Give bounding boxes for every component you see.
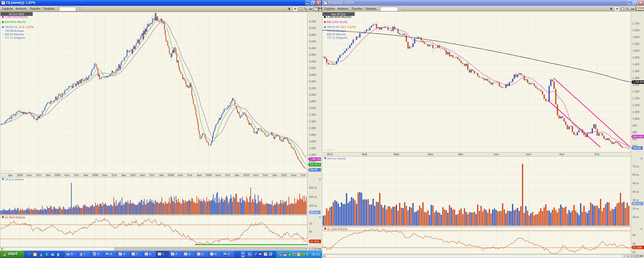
svg-text:4,200: 4,200 <box>309 53 316 56</box>
svg-text:Σεπ: Σεπ <box>36 174 41 177</box>
svg-text:Σεπ: Σεπ <box>187 174 192 177</box>
svg-text:20 εκ: 20 εκ <box>632 207 639 210</box>
svg-text:1,050: 1,050 <box>632 110 639 113</box>
svg-text:1,350: 1,350 <box>632 70 639 73</box>
svg-text:806.42 Μέγιστο: 806.42 Μέγιστο <box>5 33 24 36</box>
svg-text:Ιουν: Ιουν <box>291 174 296 177</box>
svg-text:2,400: 2,400 <box>309 113 316 116</box>
svg-text:794.08 Ανοιγμα: 794.08 Ανοιγμα <box>5 29 24 32</box>
svg-text:Ιουν: Ιουν <box>102 174 107 177</box>
svg-text:70 εκ: 70 εκ <box>632 165 639 168</box>
svg-text:1,268.864: 1,268.864 <box>633 81 644 83</box>
svg-text:777.71 Ελάχιστο: 777.71 Ελάχιστο <box>327 36 347 39</box>
svg-text:Δεκ: Δεκ <box>197 174 202 177</box>
svg-text:Φεβ: Φεβ <box>362 153 367 156</box>
svg-text:784.65: 784.65 <box>310 168 317 171</box>
svg-text:2008: 2008 <box>168 174 174 177</box>
svg-text:2009: 2009 <box>206 174 212 177</box>
svg-text:Μαρ: Μαρ <box>394 153 399 156</box>
svg-text:1,800: 1,800 <box>309 133 316 136</box>
svg-text:Ιουν: Ιουν <box>178 174 183 177</box>
svg-text:Σεπ: Σεπ <box>594 153 599 156</box>
svg-text:Δεκ: Δεκ <box>46 174 50 177</box>
svg-text:3,800: 3,800 <box>309 67 316 70</box>
svg-text:4,000: 4,000 <box>309 60 316 63</box>
svg-text:868.5355: 868.5355 <box>633 135 643 138</box>
svg-text:Σεπ: Σεπ <box>225 174 230 177</box>
svg-text:2007: 2007 <box>130 174 136 177</box>
svg-text:1,700: 1,700 <box>632 22 639 25</box>
svg-text:200 εκ: 200 εκ <box>309 195 317 198</box>
svg-text:60 εκ: 60 εκ <box>632 173 639 176</box>
svg-text:1,400: 1,400 <box>309 147 316 150</box>
svg-text:1,066.342: 1,066.342 <box>310 158 321 160</box>
svg-text:2,600: 2,600 <box>309 107 316 110</box>
svg-text:40: 40 <box>632 242 635 245</box>
svg-text:1,150: 1,150 <box>632 97 639 100</box>
svg-text:50 εκ: 50 εκ <box>632 182 639 185</box>
svg-text:Ιουν: Ιουν <box>64 174 70 177</box>
svg-text:22.7814: 22.7814 <box>310 240 319 243</box>
svg-text:75: 75 <box>309 222 312 225</box>
svg-text:300 εκ: 300 εκ <box>309 186 317 189</box>
svg-text:2006: 2006 <box>92 174 98 177</box>
svg-text:3,600: 3,600 <box>309 73 316 76</box>
svg-text:1,450: 1,450 <box>632 56 639 59</box>
svg-text:5,000: 5,000 <box>309 26 316 29</box>
svg-text:1,200: 1,200 <box>632 90 639 93</box>
svg-text:930.4615: 930.4615 <box>310 163 320 166</box>
svg-text:100 εκ: 100 εκ <box>309 204 317 207</box>
svg-text:Δεκ: Δεκ <box>273 174 277 177</box>
svg-text:4,800: 4,800 <box>309 33 316 36</box>
svg-text:950: 950 <box>632 124 637 127</box>
svg-text:10 εκ: 10 εκ <box>632 215 639 218</box>
svg-text:3,200: 3,200 <box>309 87 316 90</box>
svg-text:1,600: 1,600 <box>632 36 639 39</box>
svg-text:26 Σεπ 2011: 26 Σεπ 2011 <box>9 13 24 16</box>
svg-text:2005: 2005 <box>55 174 61 177</box>
svg-text:1,200: 1,200 <box>309 153 316 156</box>
svg-text:2,000: 2,000 <box>309 126 316 130</box>
svg-text:868.5355 Με(20): 868.5355 Με(20) <box>327 20 348 23</box>
svg-text:784.65 ΓΔ -13.3 -1.67%: 784.65 ΓΔ -13.3 -1.67% <box>5 25 34 28</box>
svg-text:50: 50 <box>309 230 312 233</box>
svg-text:Αυγ: Αυγ <box>559 153 564 156</box>
svg-text:5,200: 5,200 <box>309 20 316 23</box>
svg-text:2011: 2011 <box>281 174 287 177</box>
svg-text:1,550: 1,550 <box>632 42 639 45</box>
svg-text:Ιουν: Ιουν <box>494 153 499 156</box>
svg-text:Σεπ: Σεπ <box>301 174 306 177</box>
svg-text:4,600: 4,600 <box>309 40 316 43</box>
svg-text:Δεκ: Δεκ <box>122 174 126 177</box>
svg-text:Ιουν: Ιουν <box>216 174 221 177</box>
svg-text:2010: 2010 <box>243 174 249 177</box>
svg-text:784.65 ΓΔ -13.3 -1.67%: 784.65 ΓΔ -13.3 -1.67% <box>327 25 356 28</box>
svg-text:Ιουν: Ιουν <box>27 174 32 177</box>
svg-text:Δεκ: Δεκ <box>235 174 239 177</box>
svg-text:e: e <box>28 252 29 256</box>
svg-text:900: 900 <box>632 131 637 134</box>
svg-text:31.1205: 31.1205 <box>633 246 642 249</box>
svg-text:2,800: 2,800 <box>309 100 316 103</box>
svg-text:806.42 Μέγιστο: 806.42 Μέγιστο <box>327 33 346 36</box>
svg-text:24.4 εκ: 24.4 εκ <box>633 202 641 205</box>
svg-text:24.4 εκ Volume: 24.4 εκ Volume <box>327 157 346 160</box>
svg-text:?: ? <box>265 252 266 256</box>
svg-text:Σεπ: Σεπ <box>263 174 268 177</box>
svg-text:1,100: 1,100 <box>632 104 639 107</box>
svg-text:3,400: 3,400 <box>309 80 316 83</box>
svg-text:31.1205 RSI(14): 31.1205 RSI(14) <box>327 228 347 231</box>
svg-text:24.4 εκ Volume: 24.4 εκ Volume <box>5 178 24 181</box>
svg-text:Δεκ: Δεκ <box>8 174 13 177</box>
svg-text:Δευ 26 Σεπ: Δευ 26 Σεπ <box>332 13 346 16</box>
svg-text:Σεπ: Σεπ <box>74 174 79 177</box>
svg-text:NOD: NOD <box>297 253 300 254</box>
svg-text:Ιουν: Ιουν <box>253 174 259 177</box>
svg-text:2004: 2004 <box>17 174 23 177</box>
svg-text:Απρ: Απρ <box>428 153 433 156</box>
svg-text:794.08 Ανοιγμα: 794.08 Ανοιγμα <box>327 29 346 32</box>
svg-text:ZTrade™: ZTrade™ <box>2 169 13 172</box>
svg-text:4,400: 4,400 <box>309 47 316 50</box>
svg-text:22.7814 RSI(14): 22.7814 RSI(14) <box>5 216 25 219</box>
svg-text:930.4615 Με(10): 930.4615 Με(10) <box>5 20 26 23</box>
